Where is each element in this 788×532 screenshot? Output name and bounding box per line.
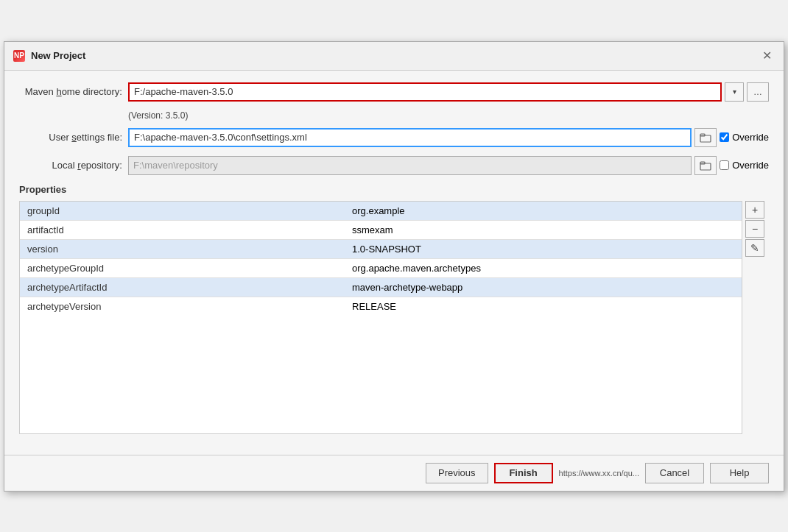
app-icon: NP — [13, 50, 25, 62]
url-text: https://www.xx.cn/qu... — [559, 469, 639, 478]
local-repo-override-group: Override — [720, 160, 769, 171]
property-value: maven-archetype-webapp — [345, 277, 742, 297]
close-button[interactable]: ✕ — [759, 48, 775, 64]
property-key: groupId — [20, 202, 345, 221]
maven-home-browse-button[interactable]: … — [747, 82, 769, 102]
maven-home-row: Maven home directory: F:/apache-maven-3.… — [19, 82, 769, 102]
property-key: version — [20, 239, 345, 258]
add-property-button[interactable]: + — [745, 201, 764, 219]
property-value: org.example — [345, 202, 742, 221]
table-row[interactable]: artifactIdssmexam — [20, 220, 742, 239]
local-repo-row: Local repository: F:\maven\repository Ov… — [19, 156, 769, 175]
maven-home-label: Maven home directory: — [19, 86, 122, 97]
property-key: archetypeGroupId — [20, 258, 345, 277]
table-row[interactable]: groupIdorg.example — [20, 202, 742, 221]
table-row[interactable]: archetypeVersionRELEASE — [20, 297, 742, 316]
title-bar-left: NP New Project — [13, 50, 85, 62]
local-repo-label: Local repository: — [19, 160, 122, 171]
finish-button[interactable]: Finish — [494, 463, 553, 483]
table-row[interactable]: archetypeArtifactIdmaven-archetype-webap… — [20, 277, 742, 297]
new-project-dialog: NP New Project ✕ Maven home directory: F… — [4, 41, 784, 492]
properties-container: groupIdorg.exampleartifactIdssmexamversi… — [19, 201, 742, 434]
properties-table: groupIdorg.exampleartifactIdssmexamversi… — [20, 202, 742, 316]
user-settings-override-group: Override — [720, 132, 769, 143]
user-settings-input[interactable]: F:\apache-maven-3.5.0\conf\settings.xml — [128, 128, 692, 147]
maven-home-input-group: F:/apache-maven-3.5.0 ▾ … — [128, 82, 769, 102]
previous-button[interactable]: Previous — [426, 463, 488, 483]
dialog-content: Maven home directory: F:/apache-maven-3.… — [4, 71, 784, 455]
title-bar: NP New Project ✕ — [4, 42, 784, 71]
user-settings-label: User settings file: — [19, 132, 122, 143]
cancel-button[interactable]: Cancel — [645, 463, 704, 483]
local-repo-input-group: F:\maven\repository Override — [128, 156, 769, 175]
properties-wrapper: groupIdorg.exampleartifactIdssmexamversi… — [19, 201, 742, 434]
property-value: 1.0-SNAPSHOT — [345, 239, 742, 258]
properties-empty-space — [20, 316, 742, 433]
properties-section-title: Properties — [19, 184, 769, 195]
help-button[interactable]: Help — [710, 463, 769, 483]
maven-home-input[interactable]: F:/apache-maven-3.5.0 — [128, 82, 722, 102]
version-text: (Version: 3.5.0) — [128, 110, 769, 121]
local-repo-override-checkbox[interactable] — [720, 160, 729, 170]
user-settings-override-checkbox[interactable] — [720, 132, 729, 142]
user-settings-browse-button[interactable] — [694, 128, 717, 147]
properties-sidebar-buttons: + − ✎ — [745, 201, 764, 257]
local-repo-override-label: Override — [732, 160, 769, 171]
dialog-title: New Project — [31, 50, 85, 61]
table-row[interactable]: archetypeGroupIdorg.apache.maven.archety… — [20, 258, 742, 277]
property-value: org.apache.maven.archetypes — [345, 258, 742, 277]
maven-home-dropdown-button[interactable]: ▾ — [725, 82, 744, 102]
remove-property-button[interactable]: − — [745, 220, 764, 238]
user-settings-row: User settings file: F:\apache-maven-3.5.… — [19, 128, 769, 147]
property-key: archetypeVersion — [20, 297, 345, 316]
local-repo-input[interactable]: F:\maven\repository — [128, 156, 692, 175]
footer: Previous Finish https://www.xx.cn/qu... … — [4, 455, 784, 491]
edit-property-button[interactable]: ✎ — [745, 239, 764, 257]
property-value: ssmexam — [345, 220, 742, 239]
table-row[interactable]: version1.0-SNAPSHOT — [20, 239, 742, 258]
property-value: RELEASE — [345, 297, 742, 316]
user-settings-override-label: Override — [732, 132, 769, 143]
property-key: archetypeArtifactId — [20, 277, 345, 297]
property-key: artifactId — [20, 220, 345, 239]
user-settings-input-group: F:\apache-maven-3.5.0\conf\settings.xml … — [128, 128, 769, 147]
local-repo-browse-button[interactable] — [694, 156, 717, 175]
